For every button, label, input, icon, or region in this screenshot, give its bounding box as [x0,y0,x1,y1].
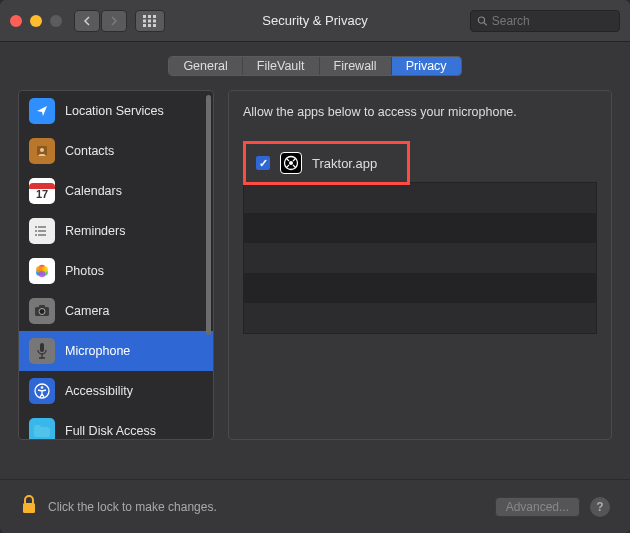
sidebar-item-label: Full Disk Access [65,424,156,438]
calendar-icon: 17 [29,178,55,204]
search-field[interactable] [470,10,620,32]
sidebar-item-camera[interactable]: Camera [19,291,213,331]
lock-hint: Click the lock to make changes. [48,500,485,514]
svg-point-18 [35,234,37,236]
lock-button[interactable] [20,494,38,519]
svg-point-16 [35,226,37,228]
svg-rect-1 [148,15,151,18]
show-all-button[interactable] [135,10,165,32]
sidebar-item-label: Photos [65,264,104,278]
svg-rect-5 [153,19,156,22]
sidebar-scrollbar[interactable] [206,95,211,335]
sidebar-item-calendars[interactable]: 17 Calendars [19,171,213,211]
accessibility-icon [29,378,55,404]
location-icon [29,98,55,124]
app-name: Traktor.app [312,156,377,171]
tab-firewall[interactable]: Firewall [320,57,392,75]
sidebar-item-label: Microphone [65,344,130,358]
svg-point-32 [41,386,44,389]
svg-line-10 [484,22,487,25]
camera-icon [29,298,55,324]
table-row [244,183,596,213]
table-row [244,243,596,273]
detail-panel: Allow the apps below to access your micr… [228,90,612,440]
svg-rect-7 [148,24,151,27]
microphone-icon [29,338,55,364]
table-row [244,213,596,243]
svg-rect-6 [143,24,146,27]
table-row [244,303,596,333]
photos-icon [29,258,55,284]
window-controls [10,15,62,27]
sidebar-item-label: Contacts [65,144,114,158]
app-checkbox[interactable]: ✓ [256,156,270,170]
nav-buttons [74,10,127,32]
svg-rect-0 [143,15,146,18]
svg-point-12 [40,148,44,152]
contacts-icon [29,138,55,164]
preferences-window: Security & Privacy General FileVault Fir… [0,0,630,533]
search-icon [477,15,488,27]
svg-rect-35 [23,503,35,513]
sidebar-item-full-disk-access[interactable]: Full Disk Access [19,411,213,439]
help-button[interactable]: ? [590,497,610,517]
footer: Click the lock to make changes. Advanced… [0,479,630,533]
tab-set: General FileVault Firewall Privacy [168,56,461,76]
svg-rect-28 [40,343,44,352]
tab-bar: General FileVault Firewall Privacy [0,42,630,90]
sidebar-item-label: Reminders [65,224,125,238]
svg-point-26 [39,309,45,315]
tab-privacy[interactable]: Privacy [392,57,461,75]
sidebar-scroll[interactable]: Location Services Contacts 17 Calendars [19,91,213,439]
svg-rect-3 [143,19,146,22]
minimize-window-button[interactable] [30,15,42,27]
table-row [244,273,596,303]
sidebar-item-contacts[interactable]: Contacts [19,131,213,171]
sidebar-item-accessibility[interactable]: Accessibility [19,371,213,411]
permission-hint: Allow the apps below to access your micr… [243,105,597,119]
sidebar-item-label: Location Services [65,104,164,118]
forward-button[interactable] [101,10,127,32]
svg-rect-8 [153,24,156,27]
titlebar: Security & Privacy [0,0,630,42]
chevron-right-icon [110,16,118,26]
advanced-button[interactable]: Advanced... [495,497,580,517]
tab-general[interactable]: General [169,57,242,75]
svg-point-17 [35,230,37,232]
sidebar-item-label: Accessibility [65,384,133,398]
sidebar-item-label: Calendars [65,184,122,198]
tab-filevault[interactable]: FileVault [243,57,320,75]
svg-point-34 [289,161,293,165]
close-window-button[interactable] [10,15,22,27]
grid-icon [143,15,157,27]
privacy-category-list: Location Services Contacts 17 Calendars [18,90,214,440]
svg-rect-4 [148,19,151,22]
zoom-window-button[interactable] [50,15,62,27]
sidebar-item-microphone[interactable]: Microphone [19,331,213,371]
chevron-left-icon [83,16,91,26]
svg-rect-2 [153,15,156,18]
app-table [243,182,597,334]
sidebar-item-label: Camera [65,304,109,318]
folder-icon [29,418,55,439]
svg-point-9 [478,16,484,22]
highlight-box: ✓ Traktor.app [243,141,410,185]
sidebar-item-photos[interactable]: Photos [19,251,213,291]
traktor-app-icon [280,152,302,174]
svg-point-24 [39,271,46,278]
back-button[interactable] [74,10,100,32]
reminders-icon [29,218,55,244]
search-input[interactable] [492,14,613,28]
sidebar-item-location[interactable]: Location Services [19,91,213,131]
content-area: Location Services Contacts 17 Calendars [0,90,630,479]
sidebar-item-reminders[interactable]: Reminders [19,211,213,251]
app-permission-list: ✓ Traktor.app [243,141,597,334]
svg-rect-27 [39,305,45,308]
